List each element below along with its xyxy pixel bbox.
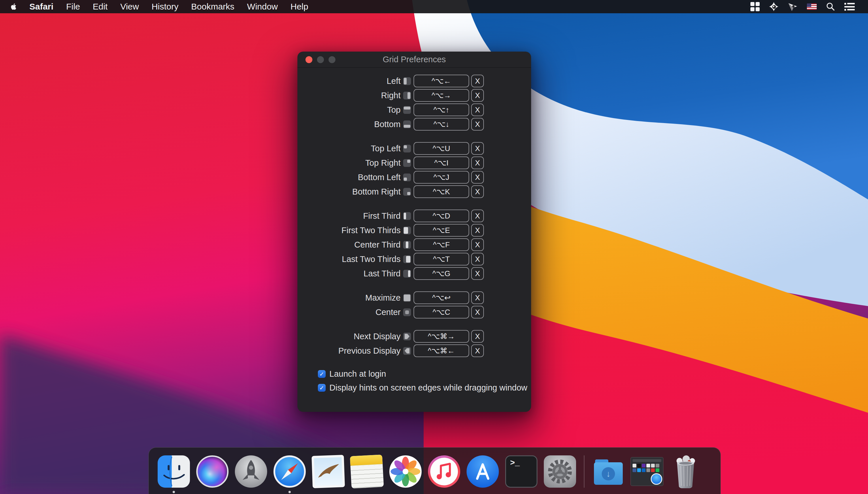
dock-item-downloads[interactable]: ↓: [591, 455, 625, 489]
clear-shortcut-top-left[interactable]: X: [471, 142, 484, 155]
dock-item-siri[interactable]: [195, 455, 229, 489]
shortcut-recorder-first-two-thirds[interactable]: ^⌥E: [413, 224, 469, 236]
shortcut-row-bottom-left: Bottom Left ^⌥J X: [297, 171, 531, 184]
row-label-maximize: Maximize: [297, 293, 401, 303]
menu-item-help[interactable]: Help: [290, 2, 308, 12]
prev-display-position-icon: [403, 347, 411, 355]
row-label-center: Center: [297, 307, 401, 317]
clear-shortcut-first-two-thirds[interactable]: X: [471, 224, 484, 236]
shortcut-recorder-last-third[interactable]: ^⌥G: [413, 267, 469, 280]
shortcut-group: Left ^⌥← X Right ^⌥→ X Top ^⌥↑ X Bottom …: [297, 75, 531, 131]
dock-item-photos[interactable]: [388, 455, 423, 489]
top-position-icon: [403, 106, 411, 114]
menubar-spotlight-icon[interactable]: [826, 1, 835, 12]
title-bar[interactable]: Grid Preferences: [297, 52, 531, 68]
clear-shortcut-center[interactable]: X: [471, 306, 484, 319]
shortcut-group: First Third ^⌥D X First Two Thirds ^⌥E X…: [297, 210, 531, 280]
menubar-cursor-icon[interactable]: [788, 1, 798, 12]
clear-shortcut-top-right[interactable]: X: [471, 156, 484, 169]
menu-bar: SafariFileEditViewHistoryBookmarksWindow…: [0, 0, 868, 13]
menu-item-bookmarks[interactable]: Bookmarks: [191, 2, 234, 12]
clear-shortcut-last-two-thirds[interactable]: X: [471, 253, 484, 265]
clear-shortcut-top[interactable]: X: [471, 103, 484, 116]
clear-shortcut-bottom[interactable]: X: [471, 118, 484, 131]
dock-item-finder[interactable]: [157, 455, 191, 489]
menu-item-view[interactable]: View: [120, 2, 139, 12]
clear-shortcut-right[interactable]: X: [471, 89, 484, 102]
clear-shortcut-first-third[interactable]: X: [471, 210, 484, 222]
row-label-first-two-thirds: First Two Thirds: [297, 226, 401, 235]
clear-shortcut-last-third[interactable]: X: [471, 267, 484, 280]
shortcut-recorder-bottom-right[interactable]: ^⌥K: [413, 185, 469, 198]
dock-item-launchpad[interactable]: [234, 455, 268, 489]
clear-shortcut-bottom-right[interactable]: X: [471, 185, 484, 198]
checkbox-launch-at-login[interactable]: ✓: [318, 370, 326, 378]
menu-item-edit[interactable]: Edit: [93, 2, 108, 12]
row-label-top-left: Top Left: [297, 144, 401, 153]
clear-shortcut-left[interactable]: X: [471, 75, 484, 87]
row-label-bottom: Bottom: [297, 120, 401, 129]
dock-item-mail[interactable]: [311, 455, 345, 489]
shortcut-recorder-maximize[interactable]: ^⌥↩: [413, 291, 469, 304]
shortcut-row-last-two-thirds: Last Two Thirds ^⌥T X: [297, 253, 531, 265]
clear-shortcut-bottom-left[interactable]: X: [471, 171, 484, 184]
row-label-right: Right: [297, 91, 401, 100]
top-right-position-icon: [403, 159, 411, 167]
menubar-avast-icon[interactable]: [769, 1, 779, 12]
full-position-icon: [403, 294, 411, 302]
menu-item-window[interactable]: Window: [247, 2, 278, 12]
row-label-first-third: First Third: [297, 211, 401, 221]
clear-shortcut-center-third[interactable]: X: [471, 239, 484, 251]
grid-preferences-window[interactable]: Grid Preferences Left ^⌥← X Right ^⌥→ X …: [297, 52, 531, 412]
zoom-button[interactable]: [329, 56, 335, 63]
shortcut-recorder-bottom[interactable]: ^⌥↓: [413, 118, 469, 131]
shortcut-row-last-third: Last Third ^⌥G X: [297, 267, 531, 280]
shortcut-recorder-next-display[interactable]: ^⌥⌘→: [413, 330, 469, 343]
row-label-previous-display: Previous Display: [297, 346, 401, 356]
dock-item-minimized-safari-window[interactable]: [630, 455, 664, 489]
minimize-button[interactable]: [317, 56, 324, 63]
first-third-position-icon: [403, 212, 411, 220]
shortcut-recorder-last-two-thirds[interactable]: ^⌥T: [413, 253, 469, 265]
checkbox-label-launch-at-login: Launch at login: [329, 369, 386, 379]
shortcut-recorder-bottom-left[interactable]: ^⌥J: [413, 171, 469, 184]
row-label-center-third: Center Third: [297, 240, 401, 250]
shortcut-row-bottom-right: Bottom Right ^⌥K X: [297, 185, 531, 198]
shortcut-recorder-top-right[interactable]: ^⌥I: [413, 156, 469, 169]
dock-item-music[interactable]: [427, 455, 461, 489]
clear-shortcut-maximize[interactable]: X: [471, 291, 484, 304]
row-label-next-display: Next Display: [297, 332, 401, 341]
shortcut-recorder-left[interactable]: ^⌥←: [413, 75, 469, 87]
shortcut-recorder-first-third[interactable]: ^⌥D: [413, 210, 469, 222]
shortcut-recorder-right[interactable]: ^⌥→: [413, 89, 469, 102]
dock-separator: [584, 455, 584, 488]
menu-item-safari[interactable]: Safari: [30, 2, 53, 12]
last-two-thirds-position-icon: [403, 255, 411, 263]
shortcut-recorder-top-left[interactable]: ^⌥U: [413, 142, 469, 155]
close-button[interactable]: [306, 56, 312, 63]
shortcut-recorder-previous-display[interactable]: ^⌥⌘←: [413, 344, 469, 357]
dock-item-safari[interactable]: [273, 455, 307, 489]
dock-item-terminal[interactable]: >_: [504, 455, 538, 489]
dock-item-app-store[interactable]: [466, 455, 500, 489]
shortcut-recorder-center[interactable]: ^⌥C: [413, 306, 469, 319]
shortcut-row-center: Center ^⌥C X: [297, 306, 531, 319]
menubar-menu-list-icon[interactable]: [844, 1, 855, 12]
bottom-left-position-icon: [403, 173, 411, 181]
shortcut-row-previous-display: Previous Display ^⌥⌘← X: [297, 344, 531, 357]
row-label-top: Top: [297, 105, 401, 115]
clear-shortcut-next-display[interactable]: X: [471, 330, 484, 343]
dock-item-system-preferences[interactable]: [543, 455, 577, 489]
shortcut-row-next-display: Next Display ^⌥⌘→ X: [297, 330, 531, 343]
dock-item-trash[interactable]: [669, 455, 702, 489]
menu-item-history[interactable]: History: [152, 2, 178, 12]
shortcut-recorder-top[interactable]: ^⌥↑: [413, 103, 469, 116]
clear-shortcut-previous-display[interactable]: X: [471, 344, 484, 357]
menubar-grid-icon[interactable]: [750, 1, 760, 12]
apple-menu[interactable]: [8, 2, 18, 12]
shortcut-recorder-center-third[interactable]: ^⌥F: [413, 239, 469, 251]
menu-item-file[interactable]: File: [66, 2, 80, 12]
menubar-us-flag-icon[interactable]: [807, 1, 817, 12]
dock-item-notes[interactable]: [350, 455, 384, 489]
checkbox-display-hints-on-screen-edges-while-dragging-window[interactable]: ✓: [318, 384, 326, 392]
